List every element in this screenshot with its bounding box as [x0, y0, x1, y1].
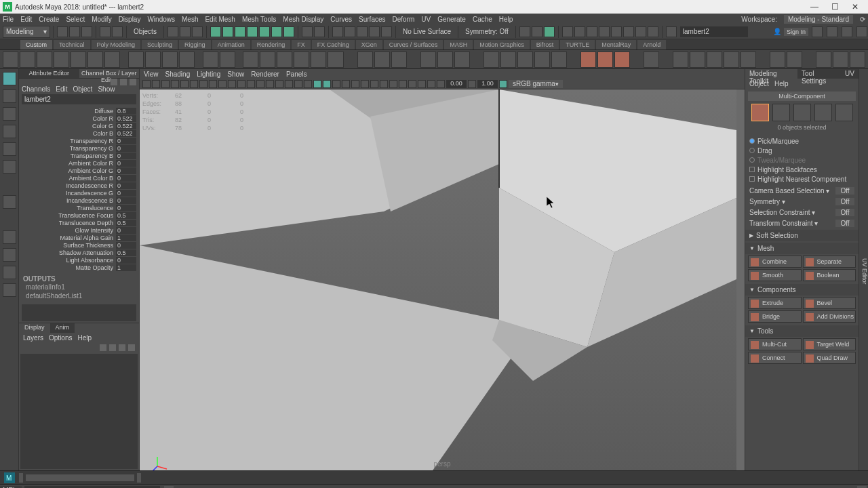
shelf-button[interactable]: [260, 52, 275, 68]
save-scene-button[interactable]: [81, 26, 92, 37]
shelf-button[interactable]: [104, 52, 120, 68]
shelf-button[interactable]: [37, 52, 52, 68]
object-mode-button[interactable]: [751, 104, 769, 121]
vp-button[interactable]: [323, 80, 331, 88]
vp-button[interactable]: [468, 80, 476, 88]
target-weld-button[interactable]: Target Weld: [803, 338, 856, 350]
add-divisions-button[interactable]: Add Divisions: [803, 310, 856, 323]
vp-button[interactable]: [370, 80, 378, 88]
history-button[interactable]: [332, 26, 343, 37]
shelf-button[interactable]: [162, 52, 178, 68]
layer-menu-help[interactable]: Help: [77, 334, 92, 342]
workspace-dropdown[interactable]: Modeling - Standard: [784, 15, 853, 24]
attr-value[interactable]: 0.5: [116, 220, 136, 226]
vp-button[interactable]: [332, 80, 340, 88]
toolkit-option[interactable]: Selection Constraint ▾Off: [745, 207, 859, 218]
shelf-button[interactable]: [614, 52, 630, 68]
attr-value[interactable]: 0: [116, 152, 136, 159]
cb-menu-show[interactable]: Show: [98, 85, 115, 93]
layer-icon[interactable]: [119, 344, 125, 351]
menu-deform[interactable]: Deform: [393, 16, 415, 23]
shelf-tab-mentalray[interactable]: MentalRay: [596, 40, 636, 49]
combine-button[interactable]: Combine: [748, 256, 802, 268]
layout-single[interactable]: [3, 230, 16, 244]
vp-button[interactable]: [361, 80, 369, 88]
symmetry-dropdown[interactable]: Symmetry: Off: [461, 28, 513, 35]
name-field[interactable]: lambert2: [680, 26, 748, 37]
menu-edit[interactable]: Edit: [20, 16, 32, 23]
menu-uv[interactable]: UV: [421, 16, 431, 23]
attr-value[interactable]: 0: [116, 242, 136, 249]
selection-option[interactable]: Highlight Backfaces: [749, 165, 854, 174]
vp-button[interactable]: [399, 80, 407, 88]
history-button-4[interactable]: [369, 26, 380, 37]
vp-button[interactable]: [152, 80, 160, 88]
toolkit-option[interactable]: Camera Based Selection ▾Off: [745, 185, 859, 196]
shelf-button[interactable]: [391, 52, 407, 68]
vp-menu-renderer[interactable]: Renderer: [251, 70, 279, 78]
new-scene-button[interactable]: [57, 26, 68, 37]
shelf-button[interactable]: [484, 52, 499, 68]
shelf-tab-animation[interactable]: Animation: [212, 40, 250, 49]
select-by-hierarchy-button[interactable]: [167, 26, 178, 37]
menu-select[interactable]: Select: [66, 16, 85, 23]
layer-list[interactable]: [20, 354, 138, 469]
shelf-button[interactable]: [145, 52, 161, 68]
layer-icon[interactable]: [109, 344, 116, 351]
status-icon[interactable]: [857, 486, 867, 489]
render-button[interactable]: [519, 26, 530, 37]
vp-button[interactable]: [408, 80, 416, 88]
shelf-button[interactable]: [690, 52, 705, 68]
layout-button-3[interactable]: [842, 26, 852, 37]
cb-icon[interactable]: [120, 79, 127, 85]
vp-button[interactable]: [180, 80, 189, 88]
shelf-button[interactable]: [374, 52, 390, 68]
quad-draw-button[interactable]: Quad Draw: [803, 352, 856, 364]
shelf-button[interactable]: [551, 52, 567, 68]
layer-icon[interactable]: [128, 344, 135, 351]
shelf-button[interactable]: [770, 52, 785, 68]
tab-tool-settings[interactable]: Tool Settings: [797, 69, 841, 79]
close-button[interactable]: ✕: [845, 1, 865, 13]
vp-button[interactable]: [247, 80, 255, 88]
misc-button-8[interactable]: [648, 26, 658, 37]
misc-button-2[interactable]: [574, 26, 585, 37]
bevel-button[interactable]: Bevel: [803, 297, 856, 309]
toolkit-option[interactable]: Transform Constraint ▾Off: [745, 218, 859, 228]
vp-button[interactable]: [437, 80, 445, 88]
move-tool[interactable]: [3, 125, 16, 138]
layout-button-1[interactable]: [812, 26, 823, 37]
selection-mode-label[interactable]: Objects: [130, 28, 161, 35]
selection-option[interactable]: Highlight Nearest Component: [749, 174, 854, 184]
shelf-button[interactable]: [597, 52, 613, 68]
rotate-tool[interactable]: [3, 142, 16, 156]
cb-menu-channels[interactable]: Channels: [22, 85, 50, 93]
attr-value[interactable]: 0: [116, 175, 136, 182]
shelf-button[interactable]: [3, 52, 18, 68]
ipr-button[interactable]: [532, 26, 542, 37]
tab-uv[interactable]: UV: [841, 69, 859, 79]
shelf-tab-fxcaching[interactable]: FX Caching: [312, 40, 355, 49]
shelf-button[interactable]: [277, 52, 292, 68]
extrude-button[interactable]: Extrude: [748, 297, 802, 309]
scale-tool[interactable]: [3, 160, 16, 174]
vp-button[interactable]: [228, 80, 236, 88]
selection-option[interactable]: Pick/Marquee: [749, 136, 854, 146]
tk-menu-object[interactable]: Object: [749, 80, 769, 87]
edge-mode-button[interactable]: [793, 104, 811, 121]
object-name-field[interactable]: lambert2: [22, 94, 136, 104]
shelf-tab-xgen[interactable]: XGen: [356, 40, 382, 49]
shelf-button[interactable]: [741, 52, 756, 68]
mel-label[interactable]: MEL: [0, 486, 22, 489]
menu-windows[interactable]: Windows: [147, 16, 175, 23]
shelf-button[interactable]: [673, 52, 688, 68]
undo-button[interactable]: [100, 26, 111, 37]
attr-value[interactable]: 0: [116, 190, 136, 197]
shelf-button[interactable]: [454, 52, 470, 68]
attr-value[interactable]: 0: [116, 227, 136, 234]
history-button-2[interactable]: [344, 26, 355, 37]
vp-menu-shading[interactable]: Shading: [165, 70, 191, 78]
tab-modeling-toolkit[interactable]: Modeling Toolkit: [745, 69, 797, 79]
snap-planes-button[interactable]: [259, 26, 270, 37]
attr-value[interactable]: 0: [116, 205, 136, 211]
